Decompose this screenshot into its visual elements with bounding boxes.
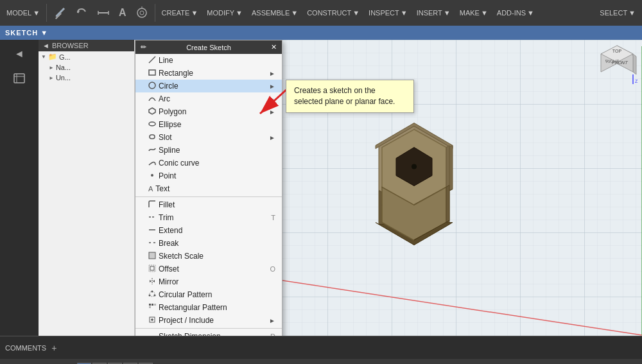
menu-item-polygon[interactable]: Polygon►: [135, 105, 282, 118]
sketch-menu-close[interactable]: ✕: [271, 43, 277, 51]
rectangle-arrow: ►: [269, 70, 275, 77]
insert-menu-btn[interactable]: INSERT ▼: [413, 6, 455, 19]
offset-icon: [148, 264, 156, 273]
ellipse-label: Ellipse: [159, 120, 275, 129]
svg-rect-50: [150, 135, 155, 139]
arc-label: Arc: [159, 94, 269, 103]
root-icon: 📁: [48, 53, 57, 61]
browser-label: BROWSER: [52, 42, 89, 49]
slot-label: Slot: [159, 133, 269, 142]
menu-item-trim[interactable]: TrimT: [135, 211, 282, 224]
tree-arrow: ▼: [41, 54, 46, 60]
menu-item-point[interactable]: Point: [135, 169, 282, 182]
sketch-dimension-icon: [148, 332, 156, 336]
model-dropdown[interactable]: MODEL ▼: [3, 6, 44, 19]
menu-item-sketch-scale[interactable]: Sketch Scale: [135, 250, 282, 263]
measure-btn[interactable]: [93, 4, 114, 22]
menu-item-project-include[interactable]: Project / Include►: [135, 314, 282, 327]
menu-item-circular-pattern[interactable]: Circular Pattern: [135, 288, 282, 301]
browser-un-label: Un...: [56, 74, 71, 82]
skip-end-btn[interactable]: ⏭: [58, 362, 72, 365]
bottom-bar: COMMENTS +: [0, 336, 642, 359]
svg-point-51: [151, 174, 153, 177]
slot-arrow: ►: [269, 134, 275, 141]
browser-toggle-btn[interactable]: [3, 67, 35, 90]
text-tool-btn[interactable]: A: [115, 4, 130, 21]
text-icon: A: [148, 185, 153, 193]
menu-item-rectangular-pattern[interactable]: Rectangular Pattern: [135, 301, 282, 314]
select-label: SELECT: [600, 9, 627, 17]
svg-marker-30: [446, 145, 449, 187]
play-btn[interactable]: ▶: [33, 362, 44, 365]
svg-point-47: [149, 82, 155, 89]
menu-item-slot[interactable]: Slot►: [135, 131, 282, 144]
playback-controls: ⏮ ◀ ▶ ▶ ⏭: [5, 362, 72, 365]
menu-item-ellipse[interactable]: Ellipse: [135, 118, 282, 131]
construct-menu-btn[interactable]: CONSTRUCT ▼: [303, 6, 363, 19]
menu-item-offset[interactable]: OffsetO: [135, 263, 282, 275]
modify-menu-btn[interactable]: MODIFY ▼: [203, 6, 247, 19]
step-back-btn[interactable]: ◀: [20, 362, 31, 365]
inspect-arrow: ▼: [401, 9, 408, 17]
step-forward-btn[interactable]: ▶: [46, 362, 57, 365]
create-menu-btn[interactable]: CREATE ▼: [158, 6, 202, 19]
construct-label: CONSTRUCT: [307, 9, 351, 17]
sidebar-back-btn[interactable]: ◄: [3, 42, 35, 65]
make-menu-btn[interactable]: MAKE ▼: [456, 6, 492, 19]
svg-marker-36: [633, 54, 636, 74]
expand-icon[interactable]: +: [51, 343, 56, 353]
menu-item-extend[interactable]: Extend: [135, 224, 282, 237]
menu-item-sketch-dimension[interactable]: Sketch DimensionD: [135, 330, 282, 336]
menu-item-mirror[interactable]: Mirror: [135, 275, 282, 288]
browser-item-root[interactable]: ▼ 📁 G...: [39, 51, 134, 62]
view-cube[interactable]: TOP FRONT RIGHT Z: [594, 42, 639, 87]
select-menu-btn[interactable]: SELECT ▼: [596, 6, 639, 19]
menu-item-break[interactable]: Break: [135, 237, 282, 250]
assemble-menu-btn[interactable]: ASSEMBLE ▼: [248, 6, 302, 19]
undo-btn[interactable]: [71, 4, 92, 22]
conic-curve-label: Conic curve: [159, 159, 275, 168]
browser-root-label: G...: [59, 53, 71, 61]
sketch-dimension-label: Sketch Dimension: [159, 332, 270, 336]
menu-item-arc[interactable]: Arc►: [135, 92, 282, 105]
break-label: Break: [159, 239, 275, 248]
camera-btn[interactable]: [132, 4, 152, 22]
svg-line-45: [149, 56, 155, 63]
svg-rect-67: [149, 304, 151, 306]
menu-item-spline[interactable]: Spline: [135, 144, 282, 157]
inspect-menu-btn[interactable]: INSPECT ▼: [365, 6, 412, 19]
svg-text:RIGHT: RIGHT: [605, 59, 620, 64]
menu-item-line[interactable]: Line: [135, 54, 282, 67]
menu-item-conic-curve[interactable]: Conic curve: [135, 157, 282, 169]
svg-point-7: [140, 11, 144, 15]
back-icon: ◄: [14, 48, 24, 60]
measure-icon: [97, 6, 110, 19]
browser-item-un[interactable]: ► Un...: [39, 73, 134, 83]
svg-marker-62: [153, 280, 155, 282]
menu-item-text[interactable]: AText: [135, 182, 282, 195]
sketch-menu-body: LineRectangle►Circle►Arc►Polygon►Ellipse…: [135, 54, 282, 336]
menu-item-circle[interactable]: Circle►: [135, 80, 282, 92]
extend-icon: [148, 226, 156, 235]
svg-rect-58: [150, 266, 154, 270]
sketch-bar[interactable]: SKETCH ▼: [0, 26, 642, 40]
addins-label: ADD-INS: [497, 9, 526, 17]
text-label: Text: [155, 184, 275, 193]
addins-menu-btn[interactable]: ADD-INS ▼: [493, 6, 538, 19]
viewport[interactable]: TOP FRONT RIGHT Z ✏ Create Sketch ✕ Line…: [135, 40, 642, 336]
settings-icon[interactable]: ⚙: [628, 362, 637, 365]
point-icon: [148, 171, 156, 180]
svg-rect-69: [154, 304, 156, 306]
svg-rect-9: [14, 74, 24, 83]
sketch-tool-btn[interactable]: [49, 4, 70, 22]
menu-item-rectangle[interactable]: Rectangle►: [135, 67, 282, 80]
polygon-icon: [148, 107, 156, 116]
svg-point-66: [149, 295, 151, 297]
insert-label: INSERT: [417, 9, 442, 17]
trim-icon: [148, 213, 156, 222]
menu-item-fillet[interactable]: Fillet: [135, 198, 282, 211]
browser-item-na[interactable]: ► Na...: [39, 62, 134, 73]
circle-label: Circle: [159, 82, 269, 91]
browser-back-arrow[interactable]: ◄: [42, 42, 49, 49]
skip-start-btn[interactable]: ⏮: [5, 362, 19, 365]
